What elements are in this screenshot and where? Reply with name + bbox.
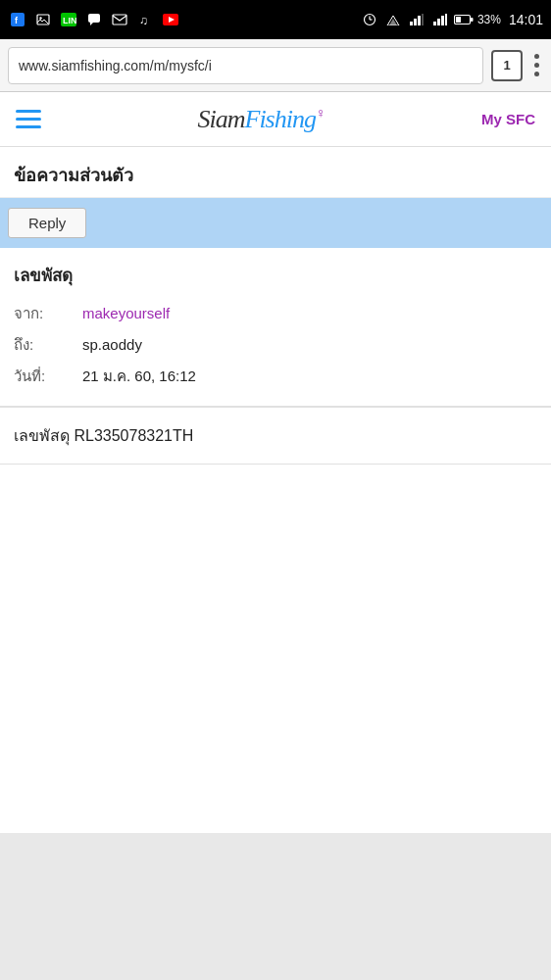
svg-rect-26	[471, 18, 474, 22]
network-bars-2-icon	[430, 12, 450, 27]
video-icon	[161, 12, 180, 27]
browser-menu-button[interactable]	[530, 50, 543, 80]
page-title-bar: ข้อความส่วนตัว	[0, 147, 551, 198]
svg-point-3	[39, 17, 41, 19]
reply-button[interactable]: Reply	[8, 208, 86, 238]
svg-rect-27	[456, 17, 461, 23]
message-details: เลขพัสดุ จาก: makeyourself ถึง: sp.aoddy…	[0, 248, 551, 406]
line-icon: LINE	[59, 12, 78, 27]
svg-rect-24	[445, 14, 447, 25]
to-label: ถึง:	[14, 333, 82, 357]
message-body-text: เลขพัสดุ RL335078321TH	[14, 427, 193, 444]
logo-text: SiamFishing♀	[198, 105, 326, 133]
svg-rect-19	[418, 16, 421, 25]
hamburger-line-2	[16, 118, 41, 121]
site-header: SiamFishing♀ My SFC	[0, 92, 551, 147]
chat-icon	[84, 12, 104, 27]
url-text: www.siamfishing.com/m/mysfc/i	[19, 58, 212, 74]
hamburger-menu-button[interactable]	[16, 110, 41, 128]
page-content: ข้อความส่วนตัว Reply เลขพัสดุ จาก: makey…	[0, 147, 551, 833]
status-bar-right: 33% 14:01	[360, 12, 543, 27]
svg-marker-7	[90, 23, 93, 25]
from-label: จาก:	[14, 302, 82, 325]
status-bar-left: f LINE	[8, 12, 180, 27]
date-value: 21 ม.ค. 60, 16:12	[82, 365, 196, 388]
menu-dot-3	[534, 72, 539, 76]
reply-bar: Reply	[0, 198, 551, 248]
to-value: sp.aoddy	[82, 336, 142, 353]
svg-rect-17	[410, 22, 413, 25]
site-logo: SiamFishing♀	[198, 105, 326, 134]
message-subject: เลขพัสดุ	[14, 262, 537, 288]
svg-rect-18	[414, 19, 417, 25]
date-row: วันที่: 21 ม.ค. 60, 16:12	[14, 365, 537, 388]
music-icon: ♫	[135, 12, 155, 27]
hamburger-line-1	[16, 110, 41, 113]
image-icon	[33, 12, 53, 27]
tab-count-button[interactable]: 1	[491, 50, 523, 81]
svg-rect-8	[113, 15, 126, 24]
bottom-area: ↻	[0, 833, 551, 980]
svg-rect-6	[88, 14, 100, 23]
page-title: ข้อความส่วนตัว	[14, 161, 537, 189]
hamburger-line-3	[16, 125, 41, 128]
to-row: ถึง: sp.aoddy	[14, 333, 537, 357]
network-bars-icon	[407, 12, 426, 27]
svg-rect-21	[433, 22, 436, 25]
divider-2	[0, 464, 551, 465]
from-value: makeyourself	[82, 305, 170, 321]
signal-icon	[383, 12, 403, 27]
mail-icon	[110, 12, 129, 27]
my-sfc-label: My SFC	[481, 111, 535, 127]
svg-rect-0	[11, 13, 25, 26]
svg-text:♫: ♫	[139, 14, 148, 26]
from-row: จาก: makeyourself	[14, 302, 537, 325]
svg-rect-22	[437, 19, 440, 25]
status-bar: f LINE	[0, 0, 551, 39]
message-body: เลขพัสดุ RL335078321TH	[0, 407, 551, 464]
svg-rect-23	[441, 16, 444, 25]
battery-percent: 33%	[477, 13, 501, 26]
url-bar[interactable]: www.siamfishing.com/m/mysfc/i	[8, 47, 483, 84]
menu-dot-2	[534, 63, 539, 68]
battery-icon	[454, 12, 474, 27]
svg-text:LINE: LINE	[63, 16, 76, 25]
tab-count: 1	[503, 58, 510, 73]
time-display: 14:01	[509, 12, 543, 27]
menu-dot-1	[534, 54, 539, 59]
svg-rect-20	[422, 14, 424, 25]
facebook-icon: f	[8, 12, 27, 27]
clock-icon	[360, 12, 379, 27]
date-label: วันที่:	[14, 365, 82, 388]
browser-bar: www.siamfishing.com/m/mysfc/i 1	[0, 39, 551, 92]
my-sfc-link[interactable]: My SFC	[481, 111, 535, 127]
